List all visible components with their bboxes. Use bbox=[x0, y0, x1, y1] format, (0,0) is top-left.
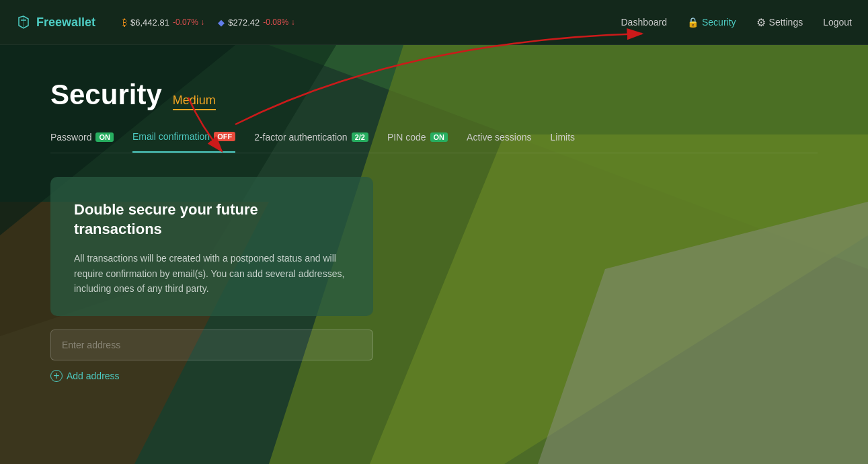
tabs-row: Password ON Email confirmation OFF 2-fac… bbox=[50, 131, 818, 153]
plus-circle-icon: + bbox=[50, 370, 63, 382]
card-title: Double secure your future transactions bbox=[74, 200, 350, 239]
tab-limits-label: Limits bbox=[551, 132, 576, 143]
logo[interactable]: Freewallet bbox=[16, 15, 95, 30]
nav-links: Dashboard 🔒 Security ⚙ Settings Logout bbox=[621, 16, 853, 29]
price-ticker: ₿ $6,442.81 -0.07% ↓ ◆ $272.42 -0.08% ↓ bbox=[122, 17, 621, 28]
eth-price: $272.42 bbox=[228, 17, 260, 28]
tab-email-badge: OFF bbox=[214, 132, 235, 141]
tab-active-sessions[interactable]: Active sessions bbox=[467, 132, 531, 152]
tab-password-badge: ON bbox=[95, 132, 114, 142]
tab-email-confirmation[interactable]: Email confirmation OFF bbox=[132, 131, 235, 153]
tab-email-label: Email confirmation bbox=[132, 131, 210, 142]
btc-change: -0.07% ↓ bbox=[173, 17, 204, 27]
page-title-row: Security Medium bbox=[50, 79, 818, 111]
dashboard-link[interactable]: Dashboard bbox=[621, 17, 668, 28]
security-link[interactable]: 🔒 Security bbox=[687, 17, 736, 28]
email-confirmation-card: Double secure your future transactions A… bbox=[50, 177, 373, 316]
tab-2fa-badge: 2/2 bbox=[352, 132, 368, 142]
eth-price-item: ◆ $272.42 -0.08% ↓ bbox=[218, 17, 294, 28]
settings-link[interactable]: ⚙ Settings bbox=[756, 16, 803, 29]
tab-pin-badge: ON bbox=[430, 132, 448, 142]
app-name: Freewallet bbox=[36, 15, 95, 30]
address-input-row bbox=[50, 330, 373, 360]
card-description: All transactions will be created with a … bbox=[74, 251, 350, 296]
tab-pin-label: PIN code bbox=[387, 132, 426, 143]
tab-2fa[interactable]: 2-factor authentication 2/2 bbox=[254, 132, 368, 152]
security-level-badge: Medium bbox=[173, 93, 216, 110]
tab-sessions-label: Active sessions bbox=[467, 132, 531, 143]
btc-price-item: ₿ $6,442.81 -0.07% ↓ bbox=[122, 17, 204, 28]
tab-limits[interactable]: Limits bbox=[551, 132, 576, 152]
eth-change: -0.08% ↓ bbox=[263, 17, 294, 27]
main-content: Security Medium Password ON Email confir… bbox=[0, 45, 868, 402]
logo-icon bbox=[16, 15, 31, 30]
btc-price: $6,442.81 bbox=[130, 17, 169, 28]
tab-password[interactable]: Password ON bbox=[50, 132, 114, 152]
tab-password-label: Password bbox=[50, 132, 91, 143]
navbar: Freewallet ₿ $6,442.81 -0.07% ↓ ◆ $272.4… bbox=[0, 0, 868, 45]
tab-pin-code[interactable]: PIN code ON bbox=[387, 132, 448, 152]
btc-icon: ₿ bbox=[122, 17, 127, 28]
address-input[interactable] bbox=[50, 330, 373, 360]
lock-icon: 🔒 bbox=[687, 17, 699, 28]
gear-icon: ⚙ bbox=[756, 16, 766, 29]
logout-link[interactable]: Logout bbox=[823, 17, 852, 28]
eth-icon: ◆ bbox=[218, 17, 225, 28]
tab-2fa-label: 2-factor authentication bbox=[254, 132, 348, 143]
add-address-button[interactable]: + Add address bbox=[50, 370, 120, 382]
page-title: Security bbox=[50, 79, 162, 111]
